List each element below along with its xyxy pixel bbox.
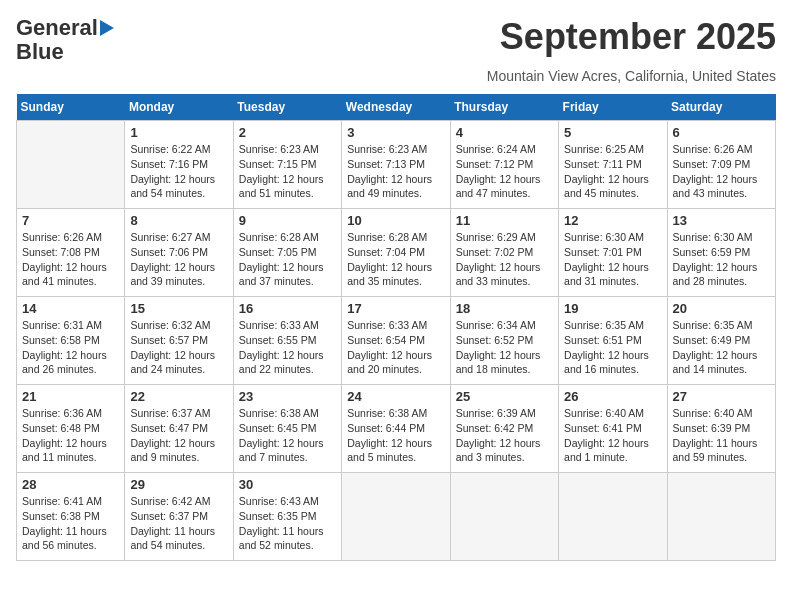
- day-info: Sunrise: 6:38 AMSunset: 6:45 PMDaylight:…: [239, 406, 336, 465]
- calendar-cell: 30Sunrise: 6:43 AMSunset: 6:35 PMDayligh…: [233, 473, 341, 561]
- day-number: 25: [456, 389, 553, 404]
- day-number: 6: [673, 125, 770, 140]
- calendar-cell: [17, 121, 125, 209]
- day-info: Sunrise: 6:33 AMSunset: 6:54 PMDaylight:…: [347, 318, 444, 377]
- day-number: 22: [130, 389, 227, 404]
- day-info: Sunrise: 6:35 AMSunset: 6:49 PMDaylight:…: [673, 318, 770, 377]
- day-info: Sunrise: 6:30 AMSunset: 7:01 PMDaylight:…: [564, 230, 661, 289]
- day-info: Sunrise: 6:36 AMSunset: 6:48 PMDaylight:…: [22, 406, 119, 465]
- day-info: Sunrise: 6:40 AMSunset: 6:39 PMDaylight:…: [673, 406, 770, 465]
- day-info: Sunrise: 6:22 AMSunset: 7:16 PMDaylight:…: [130, 142, 227, 201]
- calendar-cell: [667, 473, 775, 561]
- day-number: 14: [22, 301, 119, 316]
- day-number: 11: [456, 213, 553, 228]
- day-number: 9: [239, 213, 336, 228]
- day-number: 1: [130, 125, 227, 140]
- calendar-cell: 4Sunrise: 6:24 AMSunset: 7:12 PMDaylight…: [450, 121, 558, 209]
- day-info: Sunrise: 6:25 AMSunset: 7:11 PMDaylight:…: [564, 142, 661, 201]
- day-number: 12: [564, 213, 661, 228]
- day-info: Sunrise: 6:33 AMSunset: 6:55 PMDaylight:…: [239, 318, 336, 377]
- day-number: 30: [239, 477, 336, 492]
- day-info: Sunrise: 6:38 AMSunset: 6:44 PMDaylight:…: [347, 406, 444, 465]
- day-number: 27: [673, 389, 770, 404]
- day-info: Sunrise: 6:28 AMSunset: 7:05 PMDaylight:…: [239, 230, 336, 289]
- day-number: 21: [22, 389, 119, 404]
- calendar-cell: 5Sunrise: 6:25 AMSunset: 7:11 PMDaylight…: [559, 121, 667, 209]
- calendar-cell: 2Sunrise: 6:23 AMSunset: 7:15 PMDaylight…: [233, 121, 341, 209]
- day-info: Sunrise: 6:23 AMSunset: 7:13 PMDaylight:…: [347, 142, 444, 201]
- day-info: Sunrise: 6:32 AMSunset: 6:57 PMDaylight:…: [130, 318, 227, 377]
- col-friday: Friday: [559, 94, 667, 121]
- day-info: Sunrise: 6:39 AMSunset: 6:42 PMDaylight:…: [456, 406, 553, 465]
- day-info: Sunrise: 6:42 AMSunset: 6:37 PMDaylight:…: [130, 494, 227, 553]
- col-saturday: Saturday: [667, 94, 775, 121]
- day-info: Sunrise: 6:34 AMSunset: 6:52 PMDaylight:…: [456, 318, 553, 377]
- calendar-week-row: 28Sunrise: 6:41 AMSunset: 6:38 PMDayligh…: [17, 473, 776, 561]
- day-number: 17: [347, 301, 444, 316]
- day-number: 24: [347, 389, 444, 404]
- calendar-cell: [559, 473, 667, 561]
- day-number: 15: [130, 301, 227, 316]
- day-info: Sunrise: 6:28 AMSunset: 7:04 PMDaylight:…: [347, 230, 444, 289]
- day-number: 20: [673, 301, 770, 316]
- calendar-header-row: Sunday Monday Tuesday Wednesday Thursday…: [17, 94, 776, 121]
- day-number: 8: [130, 213, 227, 228]
- calendar-cell: 16Sunrise: 6:33 AMSunset: 6:55 PMDayligh…: [233, 297, 341, 385]
- calendar-cell: 21Sunrise: 6:36 AMSunset: 6:48 PMDayligh…: [17, 385, 125, 473]
- day-number: 4: [456, 125, 553, 140]
- calendar-cell: 11Sunrise: 6:29 AMSunset: 7:02 PMDayligh…: [450, 209, 558, 297]
- col-thursday: Thursday: [450, 94, 558, 121]
- day-number: 26: [564, 389, 661, 404]
- col-wednesday: Wednesday: [342, 94, 450, 121]
- day-info: Sunrise: 6:30 AMSunset: 6:59 PMDaylight:…: [673, 230, 770, 289]
- calendar-cell: 26Sunrise: 6:40 AMSunset: 6:41 PMDayligh…: [559, 385, 667, 473]
- day-info: Sunrise: 6:40 AMSunset: 6:41 PMDaylight:…: [564, 406, 661, 465]
- day-info: Sunrise: 6:23 AMSunset: 7:15 PMDaylight:…: [239, 142, 336, 201]
- calendar-cell: 8Sunrise: 6:27 AMSunset: 7:06 PMDaylight…: [125, 209, 233, 297]
- calendar-cell: 17Sunrise: 6:33 AMSunset: 6:54 PMDayligh…: [342, 297, 450, 385]
- day-number: 23: [239, 389, 336, 404]
- day-info: Sunrise: 6:41 AMSunset: 6:38 PMDaylight:…: [22, 494, 119, 553]
- day-number: 19: [564, 301, 661, 316]
- calendar-cell: 3Sunrise: 6:23 AMSunset: 7:13 PMDaylight…: [342, 121, 450, 209]
- calendar-cell: 24Sunrise: 6:38 AMSunset: 6:44 PMDayligh…: [342, 385, 450, 473]
- logo-arrow-icon: [100, 20, 114, 36]
- calendar-cell: 12Sunrise: 6:30 AMSunset: 7:01 PMDayligh…: [559, 209, 667, 297]
- day-number: 10: [347, 213, 444, 228]
- calendar-cell: 6Sunrise: 6:26 AMSunset: 7:09 PMDaylight…: [667, 121, 775, 209]
- day-info: Sunrise: 6:35 AMSunset: 6:51 PMDaylight:…: [564, 318, 661, 377]
- day-info: Sunrise: 6:26 AMSunset: 7:09 PMDaylight:…: [673, 142, 770, 201]
- day-info: Sunrise: 6:43 AMSunset: 6:35 PMDaylight:…: [239, 494, 336, 553]
- day-number: 16: [239, 301, 336, 316]
- day-number: 28: [22, 477, 119, 492]
- calendar-cell: 18Sunrise: 6:34 AMSunset: 6:52 PMDayligh…: [450, 297, 558, 385]
- col-tuesday: Tuesday: [233, 94, 341, 121]
- calendar-cell: 22Sunrise: 6:37 AMSunset: 6:47 PMDayligh…: [125, 385, 233, 473]
- calendar-cell: 20Sunrise: 6:35 AMSunset: 6:49 PMDayligh…: [667, 297, 775, 385]
- col-sunday: Sunday: [17, 94, 125, 121]
- calendar-cell: 28Sunrise: 6:41 AMSunset: 6:38 PMDayligh…: [17, 473, 125, 561]
- calendar-week-row: 21Sunrise: 6:36 AMSunset: 6:48 PMDayligh…: [17, 385, 776, 473]
- calendar-cell: 13Sunrise: 6:30 AMSunset: 6:59 PMDayligh…: [667, 209, 775, 297]
- day-number: 18: [456, 301, 553, 316]
- day-info: Sunrise: 6:37 AMSunset: 6:47 PMDaylight:…: [130, 406, 227, 465]
- calendar-cell: 27Sunrise: 6:40 AMSunset: 6:39 PMDayligh…: [667, 385, 775, 473]
- calendar-table: Sunday Monday Tuesday Wednesday Thursday…: [16, 94, 776, 561]
- logo-blue: Blue: [16, 40, 64, 64]
- day-info: Sunrise: 6:31 AMSunset: 6:58 PMDaylight:…: [22, 318, 119, 377]
- col-monday: Monday: [125, 94, 233, 121]
- day-info: Sunrise: 6:24 AMSunset: 7:12 PMDaylight:…: [456, 142, 553, 201]
- location-subtitle: Mountain View Acres, California, United …: [16, 68, 776, 84]
- day-number: 29: [130, 477, 227, 492]
- month-title: September 2025: [500, 16, 776, 58]
- calendar-week-row: 1Sunrise: 6:22 AMSunset: 7:16 PMDaylight…: [17, 121, 776, 209]
- title-block: September 2025: [500, 16, 776, 58]
- day-info: Sunrise: 6:27 AMSunset: 7:06 PMDaylight:…: [130, 230, 227, 289]
- calendar-cell: 29Sunrise: 6:42 AMSunset: 6:37 PMDayligh…: [125, 473, 233, 561]
- day-number: 3: [347, 125, 444, 140]
- calendar-week-row: 7Sunrise: 6:26 AMSunset: 7:08 PMDaylight…: [17, 209, 776, 297]
- calendar-cell: [450, 473, 558, 561]
- calendar-cell: 14Sunrise: 6:31 AMSunset: 6:58 PMDayligh…: [17, 297, 125, 385]
- day-number: 13: [673, 213, 770, 228]
- page-header: General Blue September 2025: [16, 16, 776, 64]
